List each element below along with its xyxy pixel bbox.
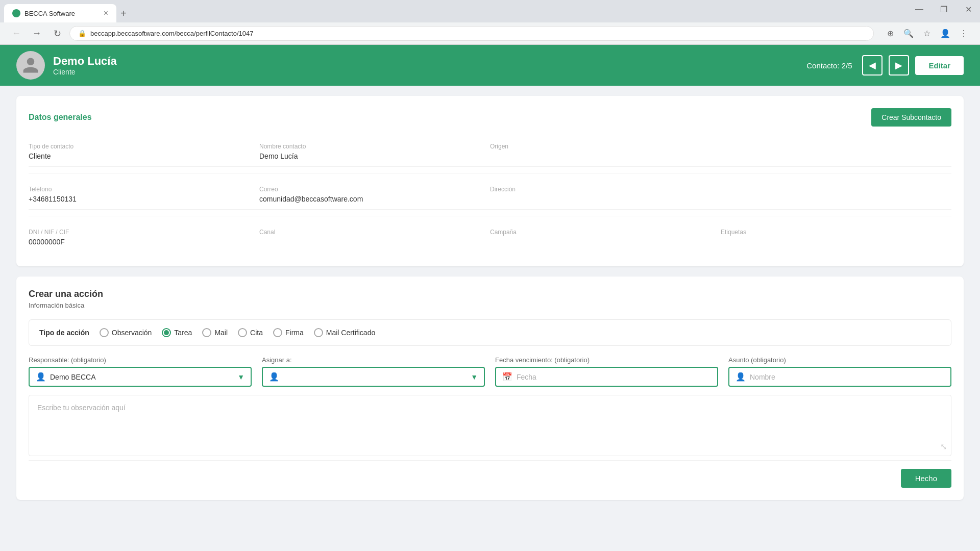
maximize-button[interactable]: ❐ bbox=[932, 0, 955, 18]
app-header: Demo Lucía Cliente Contacto: 2/5 ◀ ▶ Edi… bbox=[0, 45, 980, 86]
dropdown-arrow-responsable: ▼ bbox=[237, 373, 244, 381]
edit-button[interactable]: Editar bbox=[915, 56, 964, 75]
person-icon-responsable: 👤 bbox=[36, 372, 46, 382]
contact-info: Demo Lucía Cliente bbox=[53, 55, 117, 76]
crear-accion-card: Crear una acción Información básica Tipo… bbox=[16, 277, 964, 500]
bookmark-icon[interactable]: ☆ bbox=[919, 26, 935, 42]
menu-icon[interactable]: ⋮ bbox=[955, 26, 972, 42]
create-subcontact-button[interactable]: Crear Subcontacto bbox=[871, 108, 951, 127]
radio-circle-mail bbox=[202, 328, 211, 337]
app-wrapper: Demo Lucía Cliente Contacto: 2/5 ◀ ▶ Edi… bbox=[0, 45, 980, 551]
form-row: Responsable: (obligatorio) 👤 Demo BECCA … bbox=[29, 356, 951, 387]
textarea-placeholder[interactable]: Escribe tu observación aquí bbox=[37, 404, 943, 412]
radio-circle-tarea bbox=[162, 328, 171, 337]
asunto-group: Asunto (obligatorio) 👤 bbox=[728, 356, 951, 387]
asignar-label: Asignar a: bbox=[262, 356, 485, 364]
person-icon-asignar: 👤 bbox=[269, 372, 279, 382]
forward-button[interactable]: → bbox=[29, 26, 45, 42]
calendar-icon: 📅 bbox=[502, 372, 512, 382]
tab-favicon bbox=[12, 9, 20, 17]
datos-generales-card: Datos generales Crear Subcontacto Tipo d… bbox=[16, 96, 964, 266]
asunto-input[interactable]: 👤 bbox=[728, 367, 951, 387]
fecha-field[interactable] bbox=[517, 373, 711, 381]
radio-cita[interactable]: Cita bbox=[238, 328, 263, 337]
main-content: Datos generales Crear Subcontacto Tipo d… bbox=[0, 86, 980, 520]
cast-icon[interactable]: ⊕ bbox=[882, 26, 898, 42]
field-tipo-contacto: Tipo de contacto Cliente bbox=[29, 137, 259, 167]
back-button[interactable]: ← bbox=[8, 26, 24, 42]
contact-type: Cliente bbox=[53, 68, 117, 76]
done-button[interactable]: Hecho bbox=[901, 469, 951, 488]
url-text: beccapp.beccasoftware.com/becca/perfilCo… bbox=[90, 30, 253, 37]
fecha-input[interactable]: 📅 bbox=[495, 367, 718, 387]
radio-dot-tarea bbox=[164, 330, 169, 335]
fecha-group: Fecha vencimiento: (obligatorio) 📅 bbox=[495, 356, 718, 387]
minimize-button[interactable]: — bbox=[908, 0, 931, 18]
browser-actions: ⊕ 🔍 ☆ 👤 ⋮ bbox=[882, 26, 972, 42]
action-type-label: Tipo de acción bbox=[39, 329, 89, 337]
contact-name: Demo Lucía bbox=[53, 55, 117, 68]
resize-handle-icon: ⤡ bbox=[940, 442, 947, 452]
radio-tarea[interactable]: Tarea bbox=[162, 328, 192, 337]
dropdown-arrow-asignar: ▼ bbox=[471, 373, 478, 381]
action-subtitle: Información básica bbox=[29, 302, 951, 309]
radio-circle-cita bbox=[238, 328, 247, 337]
action-type-box: Tipo de acción Observación Tarea bbox=[29, 319, 951, 346]
responsable-label: Responsable: (obligatorio) bbox=[29, 356, 252, 364]
field-direccion: Dirección bbox=[490, 180, 721, 210]
asunto-field[interactable] bbox=[750, 373, 944, 381]
field-nombre-contacto: Nombre contacto Demo Lucía bbox=[259, 137, 490, 167]
radio-circle-observacion bbox=[100, 328, 109, 337]
asignar-group: Asignar a: 👤 ▼ bbox=[262, 356, 485, 387]
responsable-group: Responsable: (obligatorio) 👤 Demo BECCA … bbox=[29, 356, 252, 387]
contact-counter: Contacto: 2/5 bbox=[806, 61, 852, 70]
next-contact-button[interactable]: ▶ bbox=[889, 55, 909, 76]
lock-icon: 🔒 bbox=[78, 30, 86, 37]
radio-mail[interactable]: Mail bbox=[202, 328, 228, 337]
field-telefono: Teléfono +34681150131 bbox=[29, 180, 259, 210]
radio-firma[interactable]: Firma bbox=[273, 328, 304, 337]
refresh-button[interactable]: ↻ bbox=[49, 26, 65, 42]
person-icon-asunto: 👤 bbox=[736, 372, 746, 382]
field-campana: Campaña bbox=[490, 222, 721, 252]
field-canal: Canal bbox=[259, 222, 490, 252]
zoom-icon[interactable]: 🔍 bbox=[900, 26, 917, 42]
address-bar[interactable]: 🔒 beccapp.beccasoftware.com/becca/perfil… bbox=[69, 26, 874, 41]
tab-close-button[interactable]: × bbox=[104, 9, 108, 18]
card-footer: Hecho bbox=[29, 460, 951, 488]
radio-mail-certificado[interactable]: Mail Certificado bbox=[314, 328, 375, 337]
field-correo: Correo comunidad@beccasoftware.com bbox=[259, 180, 490, 210]
datos-generales-header: Datos generales Crear Subcontacto bbox=[29, 108, 951, 127]
radio-circle-mail-certificado bbox=[314, 328, 323, 337]
field-dni: DNI / NIF / CIF 00000000F bbox=[29, 222, 259, 252]
fecha-label: Fecha vencimiento: (obligatorio) bbox=[495, 356, 718, 364]
browser-window: BECCA Software × + — ❐ ✕ ← → ↻ 🔒 beccapp… bbox=[0, 0, 980, 45]
field-etiquetas: Etiquetas bbox=[721, 222, 951, 252]
datos-generales-title: Datos generales bbox=[29, 113, 92, 122]
browser-tab[interactable]: BECCA Software × bbox=[4, 4, 116, 22]
avatar-icon bbox=[21, 56, 40, 74]
asunto-label: Asunto (obligatorio) bbox=[728, 356, 951, 364]
new-tab-button[interactable]: + bbox=[120, 8, 127, 19]
browser-toolbar: ← → ↻ 🔒 beccapp.beccasoftware.com/becca/… bbox=[0, 22, 980, 45]
observation-textarea-wrapper: Escribe tu observación aquí ⤡ bbox=[29, 395, 951, 456]
field-origen: Origen bbox=[490, 137, 721, 167]
field-empty-2 bbox=[721, 180, 951, 210]
radio-observacion[interactable]: Observación bbox=[100, 328, 152, 337]
action-title: Crear una acción bbox=[29, 289, 951, 299]
header-right: Contacto: 2/5 ◀ ▶ Editar bbox=[806, 55, 964, 76]
tab-title: BECCA Software bbox=[24, 10, 100, 17]
prev-contact-button[interactable]: ◀ bbox=[862, 55, 883, 76]
radio-circle-firma bbox=[273, 328, 282, 337]
close-button[interactable]: ✕ bbox=[957, 0, 980, 18]
radio-group: Observación Tarea Mail Cita bbox=[100, 328, 375, 337]
field-empty-1 bbox=[721, 137, 951, 167]
window-controls: — ❐ ✕ bbox=[908, 0, 980, 22]
responsable-value: Demo BECCA bbox=[50, 373, 233, 381]
asignar-select[interactable]: 👤 ▼ bbox=[262, 367, 485, 387]
avatar bbox=[16, 51, 45, 80]
profile-icon[interactable]: 👤 bbox=[937, 26, 953, 42]
responsable-select[interactable]: 👤 Demo BECCA ▼ bbox=[29, 367, 252, 387]
